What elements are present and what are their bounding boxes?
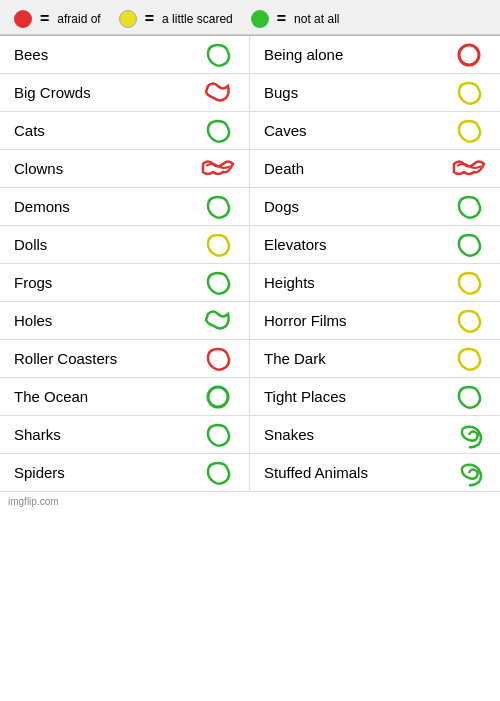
svg-point-1 xyxy=(208,387,228,407)
cell-label: Death xyxy=(264,160,304,177)
cell-left-11: Spiders xyxy=(0,454,250,492)
cell-label: Horror Films xyxy=(264,312,347,329)
cell-mark xyxy=(197,307,239,335)
legend-afraid-label: afraid of xyxy=(57,12,100,26)
cell-mark xyxy=(197,155,239,183)
cell-left-10: Sharks xyxy=(0,416,250,454)
yellow-circle xyxy=(119,10,137,28)
cell-label: Demons xyxy=(14,198,70,215)
cell-right-10: Snakes xyxy=(250,416,500,454)
cell-right-2: Caves xyxy=(250,112,500,150)
cell-mark xyxy=(197,459,239,487)
cell-mark xyxy=(197,345,239,373)
cell-label: Dogs xyxy=(264,198,299,215)
legend: = afraid of = a little scared = not at a… xyxy=(0,0,500,35)
fears-grid: BeesBeing aloneBig CrowdsBugsCatsCavesCl… xyxy=(0,35,500,492)
cell-mark xyxy=(197,269,239,297)
cell-mark xyxy=(448,117,490,145)
cell-label: Big Crowds xyxy=(14,84,91,101)
cell-mark xyxy=(448,383,490,411)
cell-left-5: Dolls xyxy=(0,226,250,264)
cell-left-9: The Ocean xyxy=(0,378,250,416)
cell-mark xyxy=(197,79,239,107)
legend-little-label: a little scared xyxy=(162,12,233,26)
cell-right-1: Bugs xyxy=(250,74,500,112)
cell-label: Bugs xyxy=(264,84,298,101)
cell-mark xyxy=(448,269,490,297)
legend-notatall: = not at all xyxy=(251,10,340,28)
cell-label: Heights xyxy=(264,274,315,291)
cell-mark xyxy=(448,307,490,335)
cell-mark xyxy=(448,41,490,69)
cell-mark xyxy=(197,383,239,411)
cell-left-0: Bees xyxy=(0,36,250,74)
cell-mark xyxy=(197,193,239,221)
cell-label: Sharks xyxy=(14,426,61,443)
cell-left-3: Clowns xyxy=(0,150,250,188)
cell-mark xyxy=(197,231,239,259)
cell-label: Caves xyxy=(264,122,307,139)
cell-label: Being alone xyxy=(264,46,343,63)
cell-mark xyxy=(197,421,239,449)
cell-mark xyxy=(197,41,239,69)
cell-mark xyxy=(448,459,490,487)
cell-left-7: Holes xyxy=(0,302,250,340)
cell-label: Clowns xyxy=(14,160,63,177)
cell-left-8: Roller Coasters xyxy=(0,340,250,378)
cell-label: Frogs xyxy=(14,274,52,291)
cell-right-6: Heights xyxy=(250,264,500,302)
cell-right-3: Death xyxy=(250,150,500,188)
cell-label: Dolls xyxy=(14,236,47,253)
cell-label: Cats xyxy=(14,122,45,139)
green-circle xyxy=(251,10,269,28)
cell-label: Elevators xyxy=(264,236,327,253)
cell-left-1: Big Crowds xyxy=(0,74,250,112)
cell-mark xyxy=(197,117,239,145)
cell-label: Stuffed Animals xyxy=(264,464,368,481)
cell-left-2: Cats xyxy=(0,112,250,150)
legend-little: = a little scared xyxy=(119,10,233,28)
cell-label: Bees xyxy=(14,46,48,63)
cell-right-5: Elevators xyxy=(250,226,500,264)
cell-left-6: Frogs xyxy=(0,264,250,302)
legend-afraid: = afraid of xyxy=(14,10,101,28)
cell-label: The Ocean xyxy=(14,388,88,405)
cell-mark xyxy=(448,231,490,259)
legend-notatall-label: not at all xyxy=(294,12,339,26)
cell-mark xyxy=(448,155,490,183)
cell-label: The Dark xyxy=(264,350,326,367)
cell-label: Spiders xyxy=(14,464,65,481)
cell-right-0: Being alone xyxy=(250,36,500,74)
cell-label: Tight Places xyxy=(264,388,346,405)
cell-label: Snakes xyxy=(264,426,314,443)
cell-mark xyxy=(448,193,490,221)
cell-mark xyxy=(448,345,490,373)
cell-label: Roller Coasters xyxy=(14,350,117,367)
cell-left-4: Demons xyxy=(0,188,250,226)
cell-right-4: Dogs xyxy=(250,188,500,226)
cell-mark xyxy=(448,79,490,107)
cell-right-9: Tight Places xyxy=(250,378,500,416)
cell-mark xyxy=(448,421,490,449)
red-circle xyxy=(14,10,32,28)
cell-right-11: Stuffed Animals xyxy=(250,454,500,492)
cell-right-8: The Dark xyxy=(250,340,500,378)
footer: imgflip.com xyxy=(0,492,500,511)
cell-right-7: Horror Films xyxy=(250,302,500,340)
cell-label: Holes xyxy=(14,312,52,329)
svg-point-0 xyxy=(459,45,479,65)
